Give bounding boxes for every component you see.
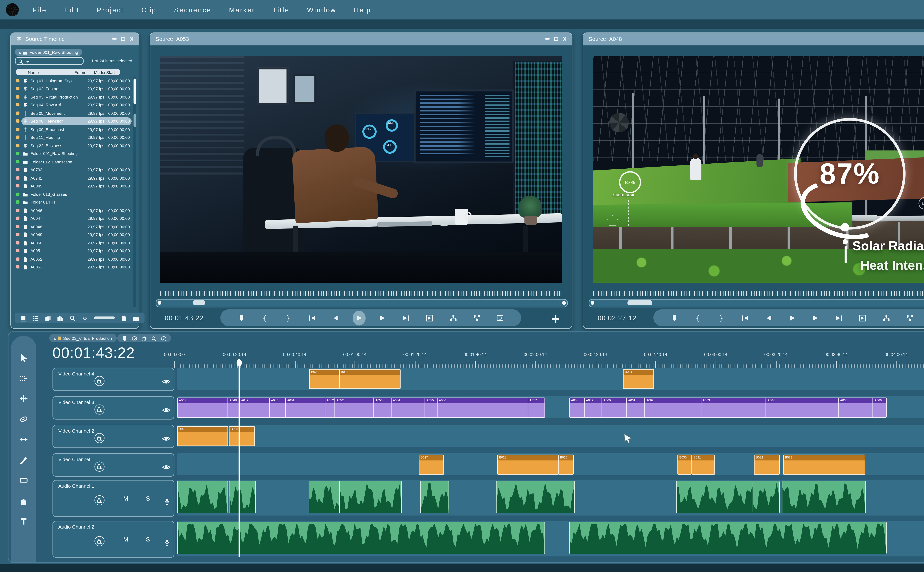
video-clip[interactable]: A058 (569, 397, 586, 417)
menu-item-edit[interactable]: Edit (64, 6, 79, 14)
mute-button[interactable]: M (123, 535, 128, 542)
video-clip[interactable]: A066 (873, 397, 887, 417)
video-clip[interactable]: A061 (626, 397, 645, 417)
close-icon[interactable]: X (130, 36, 133, 42)
audio-clip[interactable] (420, 481, 449, 513)
rect-tool-tool[interactable] (19, 474, 28, 486)
video-clip[interactable]: B022 (309, 368, 340, 389)
chip-close-icon[interactable]: x (19, 50, 21, 54)
menu-item-marker[interactable]: Marker (229, 6, 255, 14)
column-media-start[interactable]: Media Start (94, 70, 120, 74)
eye-icon[interactable] (162, 461, 171, 473)
lock-icon[interactable] (94, 460, 105, 472)
folder-chip[interactable]: x Folder 001_Raw Shooting (15, 49, 82, 56)
media-row[interactable]: Folder 012_Landscape (15, 157, 132, 166)
video-clip[interactable]: A063 (701, 397, 767, 417)
menu-item-title[interactable]: Title (273, 6, 290, 14)
brace-open-button[interactable]: { (693, 313, 702, 323)
edit-icon[interactable] (132, 333, 138, 344)
media-row[interactable]: Seq 03_Virtual Production29,97 fps00;00;… (15, 93, 132, 101)
minimize-icon[interactable] (112, 38, 117, 40)
step-forward-button[interactable] (811, 313, 820, 323)
lock-icon[interactable] (94, 535, 105, 547)
close-icon[interactable]: X (563, 36, 567, 42)
video-clip[interactable]: A047 (177, 397, 229, 417)
hand-tool[interactable] (19, 494, 28, 506)
menu-item-window[interactable]: Window (307, 6, 336, 14)
menu-item-sequence[interactable]: Sequence (174, 6, 211, 14)
menu-item-clip[interactable]: Clip (141, 6, 157, 14)
video-clip[interactable]: B029 (558, 454, 574, 474)
restore-icon[interactable] (554, 37, 558, 41)
audio-clip[interactable] (676, 481, 754, 513)
insert-button[interactable] (882, 313, 891, 323)
poster-frame-icon[interactable] (20, 312, 26, 323)
page-icon[interactable] (121, 312, 127, 323)
video-clip[interactable]: B031 (692, 454, 715, 474)
video-clip[interactable]: B032 (754, 454, 780, 474)
ripple-tool[interactable] (19, 392, 28, 404)
marker-button[interactable] (237, 313, 246, 323)
playhead-handle[interactable] (237, 359, 242, 367)
media-row[interactable]: Seq 11_Meeting29,97 fps00;00;00;00 (15, 133, 132, 141)
scrollbar-thumb-secondary[interactable] (133, 114, 136, 127)
list-view-icon[interactable] (33, 312, 39, 323)
video-clip[interactable]: B026 (229, 426, 255, 446)
eye-icon[interactable] (162, 404, 171, 416)
scrub-handle[interactable] (193, 300, 205, 305)
video-clip[interactable]: A052 (325, 397, 336, 417)
slider-dot-icon[interactable] (82, 312, 88, 323)
overwrite-button[interactable] (472, 313, 481, 323)
play-button[interactable] (788, 313, 797, 323)
columns-icon[interactable] (57, 312, 64, 323)
video-clip[interactable]: B030 (677, 454, 691, 474)
lock-icon[interactable] (94, 403, 105, 415)
marker-icon[interactable] (122, 333, 128, 344)
search-input[interactable] (15, 57, 84, 65)
video-clip[interactable]: A060 (602, 397, 627, 417)
video-clip[interactable]: A056 (437, 397, 529, 417)
playhead[interactable] (239, 361, 240, 557)
media-row[interactable]: Seq 09_Broadcast29,97 fps00;00;00;00 (15, 125, 132, 133)
video-clip[interactable]: A064 (766, 397, 840, 417)
mic-icon[interactable] (163, 495, 171, 507)
audio-clip[interactable] (782, 481, 866, 513)
slide-tool[interactable] (19, 433, 28, 445)
media-row[interactable]: Folder 014_IT (15, 198, 132, 206)
media-row[interactable]: Seq 04_Raw Arri29,97 fps00;00;00;00 (15, 101, 132, 109)
audio-clip[interactable] (569, 522, 887, 554)
go-in-button[interactable] (740, 313, 749, 323)
play-box-button[interactable] (858, 313, 867, 323)
audio-clip[interactable] (752, 481, 780, 513)
media-row[interactable]: A005329,97 fps00;00;00;00 (15, 263, 132, 271)
solo-button[interactable]: S (146, 494, 150, 502)
monitor-header[interactable]: Source_A048 X (583, 33, 924, 45)
media-row[interactable]: Seq 05_Movement29,97 fps00;00;00;00 (15, 109, 132, 117)
media-row[interactable]: A004729,97 fps00;00;00;00 (15, 214, 132, 222)
scrub-start-dot[interactable] (157, 301, 161, 305)
audio-clip[interactable] (496, 481, 575, 513)
video-clip[interactable]: A049 (239, 397, 270, 417)
media-row[interactable]: A004929,97 fps00;00;00;00 (15, 230, 132, 239)
insert-button[interactable] (449, 313, 458, 323)
video-clip[interactable]: A065 (838, 397, 874, 417)
scrub-start-dot[interactable] (591, 301, 594, 305)
list-column-headers[interactable]: Name Frame Media Start (16, 69, 120, 75)
video-clip[interactable]: B027 (419, 454, 444, 474)
audio-clip[interactable] (177, 481, 228, 513)
layers-icon[interactable] (45, 312, 51, 323)
scrub-handle[interactable] (627, 300, 652, 305)
scrub-end-dot[interactable] (562, 301, 566, 305)
solo-button[interactable]: S (146, 535, 150, 542)
audio-clip[interactable] (339, 481, 402, 513)
media-row[interactable]: Seq 01_Hologram Style29,97 fps00;00;00;0… (15, 76, 132, 85)
media-row[interactable]: Folder 001_Raw Shooting (15, 149, 132, 158)
tab-close-icon[interactable]: x (54, 336, 56, 340)
monitor-header[interactable]: Source_A053 X (150, 33, 572, 45)
media-row[interactable]: Seq 02_Footage29,97 fps00;00;00;00 (15, 85, 132, 93)
video-clip[interactable]: A057 (528, 397, 545, 417)
media-row[interactable]: Seq 06_Television29,97 fps00;00;00;00 (15, 117, 132, 125)
step-back-button[interactable] (331, 313, 340, 323)
go-in-button[interactable] (307, 313, 316, 323)
media-row[interactable]: Folder 013_Glasses (15, 190, 132, 198)
